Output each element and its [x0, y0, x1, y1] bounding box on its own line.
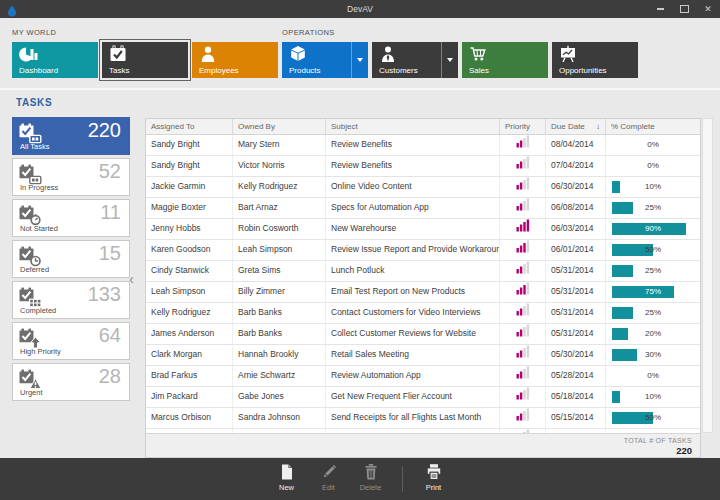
table-row[interactable]: Clark MorganHannah BrooklyRetail Sales M… [146, 345, 700, 366]
sidebar-item-label: Not Started [20, 224, 58, 233]
priority-bars-icon [516, 282, 530, 302]
ribbon-tile-opportunities[interactable]: Opportunities [552, 42, 638, 78]
cell-due-date: 05/31/2014 [546, 303, 606, 323]
tile-dropdown-button[interactable] [351, 42, 368, 78]
print-icon [425, 461, 443, 481]
table-row[interactable]: James AndersonBarb BanksCollect Customer… [146, 324, 700, 345]
progress-label: 90% [606, 219, 700, 239]
sidebar-collapse-chevron-icon[interactable]: ‹ [129, 271, 134, 286]
priority-bars-icon [516, 303, 530, 323]
priority-bars-icon [516, 135, 530, 155]
table-row[interactable]: Sandy BrightMary SternReview Benefits08/… [146, 135, 700, 156]
table-row[interactable]: Brad FarkusArnie SchwartzReview Automati… [146, 366, 700, 387]
table-row[interactable]: Karen GoodsonLeah SimpsonReview Issue Re… [146, 240, 700, 261]
column-header-label: % Complete [611, 122, 655, 131]
progress-label: 25% [606, 303, 700, 323]
task-count: 133 [88, 283, 121, 306]
column-header-priority[interactable]: Priority [500, 119, 546, 134]
maximize-icon[interactable] [678, 0, 690, 18]
table-row[interactable]: Cindy StanwickGreta SimsLunch Potluck05/… [146, 261, 700, 282]
priority-bars-icon [516, 198, 530, 218]
cell-priority [500, 387, 546, 407]
close-icon[interactable]: ✕ [702, 0, 714, 18]
column-header-owned-by[interactable]: Owned By [233, 119, 326, 134]
grid-vertical-scrollbar[interactable] [702, 118, 713, 433]
progress-label: 0% [606, 366, 700, 386]
cell-priority [500, 303, 546, 323]
cell-priority [500, 408, 546, 428]
task-filter-sidebar: 220All Tasks52In Progress11Not Started15… [12, 117, 130, 401]
cell-percent-complete: 25% [606, 303, 700, 323]
print-button[interactable]: Print [413, 461, 455, 497]
sidebar-item-high-priority[interactable]: 64High Priority [12, 322, 130, 360]
table-row[interactable]: Jackie GarminKelly RodriguezOnline Video… [146, 177, 700, 198]
cell-assigned-to: Sandy Bright [146, 135, 233, 155]
cell-owned-by: Gabe Jones [233, 387, 326, 407]
cell-owned-by: Barb Banks [233, 303, 326, 323]
table-row[interactable]: Marcus OrbisonSandra JohnsonSend Receipt… [146, 408, 700, 429]
priority-bars-icon [516, 324, 530, 344]
delete-button[interactable]: Delete [350, 461, 392, 497]
ribbon-tile-tasks[interactable]: Tasks [102, 42, 188, 78]
cell-owned-by: Arnie Schwartz [233, 366, 326, 386]
tile-dropdown-button[interactable] [441, 42, 458, 78]
dashboard-icon [18, 45, 38, 68]
column-header-due-date[interactable]: Due Date↓ [546, 119, 606, 134]
column-header-complete[interactable]: % Complete [606, 119, 700, 134]
opportunities-icon [558, 45, 578, 68]
table-row[interactable]: Maggie BoxterBart ArnazSpecs for Automat… [146, 198, 700, 219]
column-header-label: Subject [331, 122, 358, 131]
ribbon-group-my-world: MY WORLDDashboardTasksEmployees [12, 28, 278, 78]
cell-percent-complete: 75% [606, 282, 700, 302]
cell-owned-by: Mary Stern [233, 135, 326, 155]
edit-button[interactable]: Edit [308, 461, 350, 497]
sales-icon [468, 45, 488, 68]
table-row[interactable]: Leah SimpsonBilly ZimmerEmail Test Repor… [146, 282, 700, 303]
tasks-icon [108, 45, 128, 68]
cell-owned-by: Victor Norris [233, 156, 326, 176]
task-count: 11 [100, 201, 121, 224]
priority-bars-icon [516, 366, 530, 386]
ribbon-tile-sales[interactable]: Sales [462, 42, 548, 78]
progress-label: 75% [606, 282, 700, 302]
sidebar-item-all-tasks[interactable]: 220All Tasks [12, 117, 130, 155]
cell-priority [500, 240, 546, 260]
ribbon-tile-customers[interactable]: Customers [372, 42, 458, 78]
sidebar-item-deferred[interactable]: 15Deferred [12, 240, 130, 278]
progress-label: 10% [606, 387, 700, 407]
cell-due-date: 05/28/2014 [546, 366, 606, 386]
table-row[interactable]: Jim PackardGabe JonesGet New Frequent Fl… [146, 387, 700, 408]
cell-owned-by: Greta Sims [233, 261, 326, 281]
cell-due-date: 06/30/2014 [546, 177, 606, 197]
ribbon-tile-employees[interactable]: Employees [192, 42, 278, 78]
column-header-subject[interactable]: Subject [326, 119, 500, 134]
ribbon-tile-dashboard[interactable]: Dashboard [12, 42, 98, 78]
table-row[interactable]: Jenny HobbsRobin CosworthNew Warehourse0… [146, 219, 700, 240]
sidebar-item-urgent[interactable]: 28Urgent [12, 363, 130, 401]
cell-percent-complete: 10% [606, 177, 700, 197]
cell-due-date: 05/31/2014 [546, 261, 606, 281]
cell-subject: Review Benefits [326, 156, 500, 176]
cell-due-date: 05/15/2014 [546, 408, 606, 428]
sidebar-item-not-started[interactable]: 11Not Started [12, 199, 130, 237]
cell-owned-by: Sandra Johnson [233, 408, 326, 428]
cell-priority [500, 135, 546, 155]
summary-value: 220 [146, 445, 692, 456]
task-count: 15 [99, 242, 121, 265]
table-row[interactable]: Sandy BrightVictor NorrisReview Benefits… [146, 156, 700, 177]
cell-assigned-to: Sandy Bright [146, 156, 233, 176]
sidebar-item-completed[interactable]: 133Completed [12, 281, 130, 319]
task-count: 220 [88, 119, 121, 142]
chevron-down-icon [357, 58, 363, 62]
new-button[interactable]: New [266, 461, 308, 497]
task-count: 28 [99, 365, 121, 388]
table-row[interactable]: Kelly RodriguezBarb BanksContact Custome… [146, 303, 700, 324]
minimize-icon[interactable] [654, 0, 666, 18]
sidebar-item-in-progress[interactable]: 52In Progress [12, 158, 130, 196]
column-header-label: Priority [505, 122, 530, 131]
sidebar-item-label: Deferred [20, 265, 49, 274]
cell-subject: Collect Customer Reviews for Website [326, 324, 500, 344]
ribbon-tile-products[interactable]: Products [282, 42, 368, 78]
column-header-assigned-to[interactable]: Assigned To [146, 119, 233, 134]
priority-bars-icon [516, 387, 530, 407]
